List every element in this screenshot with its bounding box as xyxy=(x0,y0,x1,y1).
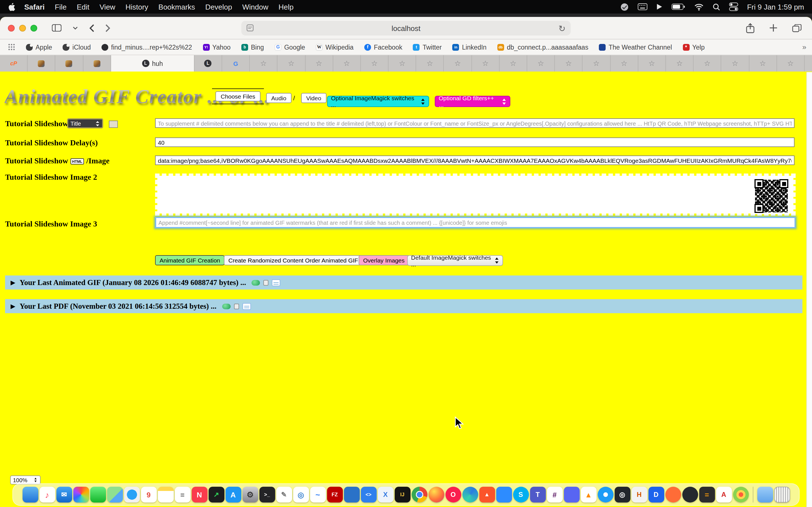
favorites-item[interactable]: b Bing xyxy=(241,44,264,50)
menu-item[interactable]: Window xyxy=(242,3,268,11)
menubar-app-icon[interactable] xyxy=(620,3,629,11)
dock-icon[interactable] xyxy=(733,487,749,503)
html-chip-icon[interactable]: HTML xyxy=(70,158,84,164)
dock-icon[interactable] xyxy=(428,487,444,503)
browser-tab[interactable]: ☆ xyxy=(610,55,638,71)
file-box-icon[interactable] xyxy=(264,280,269,285)
dock-icon[interactable]: ✎ xyxy=(276,487,292,503)
forward-icon[interactable] xyxy=(103,24,113,32)
audio-button[interactable]: Audio xyxy=(266,93,292,103)
minimize-button[interactable] xyxy=(19,24,26,31)
browser-tab[interactable]: ☆ xyxy=(389,55,416,71)
favorites-item[interactable]: t Twitter xyxy=(413,44,442,50)
browser-tab[interactable]: ☆ xyxy=(583,55,610,71)
dock-icon[interactable]: FZ xyxy=(327,487,343,503)
page-scrollbar[interactable] xyxy=(806,72,812,507)
browser-tab[interactable]: cP xyxy=(0,55,28,71)
title-config-input[interactable] xyxy=(155,118,795,128)
dock-icon[interactable] xyxy=(665,487,681,503)
sidebar-icon[interactable] xyxy=(50,24,64,32)
spotlight-search-icon[interactable] xyxy=(713,3,720,10)
dock-icon[interactable] xyxy=(411,487,427,503)
favorites-item[interactable]: G Google xyxy=(274,44,305,50)
browser-tab[interactable]: ☆ xyxy=(472,55,499,71)
browser-tab[interactable]: ☆ xyxy=(638,55,666,71)
menu-item[interactable]: Bookmarks xyxy=(158,3,195,11)
favorites-item[interactable]: db db_connect.p...aaasaaafaas xyxy=(497,44,589,50)
browser-tab[interactable] xyxy=(83,55,111,71)
video-button[interactable]: Video xyxy=(301,93,326,103)
title-colour-box[interactable] xyxy=(109,121,118,128)
dock-icon[interactable] xyxy=(564,487,579,503)
dock-icon[interactable]: ◎ xyxy=(293,487,309,503)
zoom-button[interactable] xyxy=(31,24,37,31)
favorites-item[interactable]: W Wikipedia xyxy=(316,44,354,50)
menu-item[interactable]: View xyxy=(100,3,115,11)
dock-icon[interactable]: ♪ xyxy=(39,487,55,503)
choose-files-button[interactable]: Choose Files xyxy=(216,91,260,101)
browser-tab[interactable] xyxy=(28,55,55,71)
result-row[interactable]: ▶ Your Last Animated GIF (January 08 202… xyxy=(5,276,802,290)
dock-icon[interactable] xyxy=(22,487,38,503)
menu-item[interactable]: Edit xyxy=(77,3,89,11)
play-icon[interactable] xyxy=(656,3,663,10)
dock-icon[interactable] xyxy=(344,487,359,503)
overlay-images-button[interactable]: Overlay Images xyxy=(359,255,409,265)
dock-icon[interactable]: 9 xyxy=(141,487,156,503)
new-tab-icon[interactable] xyxy=(767,24,780,32)
dock-icon[interactable]: T xyxy=(530,487,546,503)
image-data-uri-input[interactable] xyxy=(155,156,795,165)
favorites-overflow-chevron[interactable]: » xyxy=(802,43,806,51)
dock-icon[interactable]: = xyxy=(699,487,715,503)
imagemagick-switches-select[interactable]: Optional ImageMagick switches ... xyxy=(327,96,429,107)
apps-grid-icon[interactable] xyxy=(8,43,15,51)
dock-icon[interactable]: ▲ xyxy=(580,487,596,503)
browser-tab[interactable]: ☆ xyxy=(666,55,694,71)
menubar-clock[interactable]: Fri 9 Jan 1:59 pm xyxy=(747,3,804,11)
wifi-icon[interactable] xyxy=(694,3,704,10)
browser-tab[interactable]: ☆ xyxy=(278,55,305,71)
animated-gif-creation-button[interactable]: Animated GIF Creation xyxy=(155,255,225,265)
dock-icon[interactable]: <> xyxy=(361,487,376,503)
result-row[interactable]: ▶ Your Last PDF (November 03 2021 06:14:… xyxy=(5,299,802,313)
browser-tab[interactable]: ☆ xyxy=(555,55,582,71)
dock-icon[interactable]: ≡ xyxy=(174,487,190,503)
reload-icon[interactable]: ↻ xyxy=(559,24,566,33)
note-icon[interactable] xyxy=(243,303,251,309)
share-icon[interactable] xyxy=(744,23,757,33)
dock-icon[interactable]: ~ xyxy=(310,487,326,503)
control-center-icon[interactable] xyxy=(729,2,738,11)
gd-filters-select[interactable]: Optional GD filters++ ... xyxy=(435,96,510,107)
browser-tab[interactable]: ☆ xyxy=(500,55,527,71)
menu-item[interactable]: History xyxy=(125,3,148,11)
address-bar[interactable]: localhost ↻ xyxy=(241,21,571,36)
dock-icon[interactable]: A xyxy=(225,487,241,503)
dock-icon[interactable] xyxy=(158,487,173,503)
browser-tab[interactable]: L huh xyxy=(111,55,195,71)
dock-icon[interactable]: H xyxy=(631,487,647,503)
favorites-item[interactable]: in LinkedIn xyxy=(453,44,487,50)
browser-tab[interactable] xyxy=(56,55,83,71)
browser-tab[interactable]: ☆ xyxy=(305,55,333,71)
dock-icon[interactable] xyxy=(774,487,790,503)
keyboard-icon[interactable] xyxy=(638,3,647,10)
dock-icon[interactable] xyxy=(124,487,140,503)
browser-tab[interactable]: ☆ xyxy=(416,55,444,71)
chevron-down-icon[interactable] xyxy=(70,26,80,30)
menu-item[interactable]: Develop xyxy=(205,3,232,11)
watermark-comment-input[interactable] xyxy=(155,217,796,228)
green-oval-icon[interactable] xyxy=(222,303,231,309)
dock-icon[interactable]: IJ xyxy=(395,487,410,503)
dock-icon[interactable]: ▲ xyxy=(479,487,495,503)
browser-tab[interactable]: ☆ xyxy=(444,55,472,71)
dock-icon[interactable]: S xyxy=(513,487,529,503)
dock-icon[interactable] xyxy=(496,487,512,503)
menu-item[interactable]: File xyxy=(55,3,66,11)
dock-icon[interactable] xyxy=(757,487,773,503)
favorites-item[interactable]: * Yelp xyxy=(682,44,705,50)
green-oval-icon[interactable] xyxy=(252,280,260,285)
browser-tab[interactable]: ☆ xyxy=(694,55,721,71)
dock-icon[interactable]: D xyxy=(648,487,664,503)
browser-tab[interactable]: L xyxy=(195,55,222,71)
file-box-icon[interactable] xyxy=(234,303,239,309)
